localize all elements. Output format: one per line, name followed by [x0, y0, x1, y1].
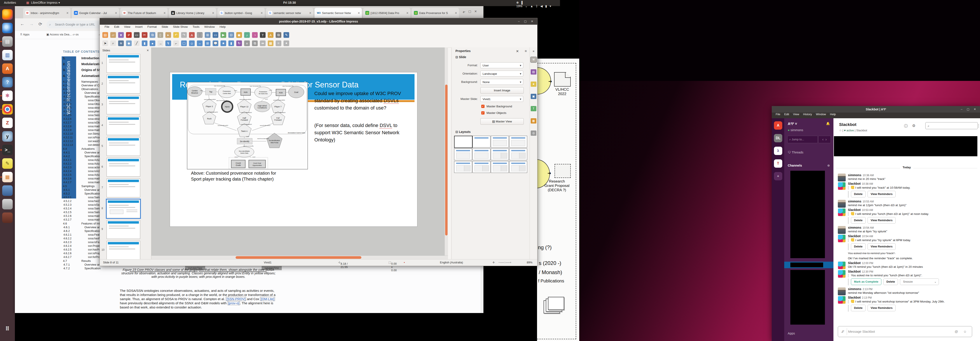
paste-icon[interactable]: ▯ — [158, 32, 163, 38]
volume-icon[interactable]: ◀ — [540, 5, 543, 8]
3d-icon[interactable]: ▮ — [228, 40, 234, 46]
slack-menu-window[interactable]: Window — [816, 113, 826, 116]
menu-slide[interactable]: Slide — [162, 25, 168, 29]
block-arrow-icon[interactable]: ⇔ — [197, 40, 202, 46]
connector-icon[interactable]: ⌐ — [173, 40, 179, 46]
browser-tab[interactable]: ▤Data Provenance for S✕ — [412, 8, 459, 18]
shadow2-icon[interactable]: ▦ — [268, 40, 274, 46]
layout-tile-5[interactable] — [454, 148, 472, 160]
gallery-icon[interactable]: ▦ — [531, 118, 536, 124]
properties-wrench-icon[interactable]: ⚒ — [531, 57, 536, 62]
export-pdf-icon[interactable]: P — [126, 32, 132, 38]
dock-icon-file-cabinet[interactable]: ▤ — [2, 36, 13, 47]
menu-insert[interactable]: Insert — [135, 25, 143, 29]
browser-tab[interactable]: Gbutton symbol - Goog✕ — [218, 8, 265, 18]
add-workspace[interactable]: + — [774, 172, 782, 180]
slide-thumbnail-5[interactable] — [107, 137, 140, 156]
master-slide-dropdown[interactable]: Vivid1 — [480, 96, 523, 102]
more-icon[interactable]: ⋮ — [977, 124, 980, 128]
dock-icon-app-gray[interactable] — [2, 199, 13, 209]
grid-icon[interactable]: ⋮⋮ — [197, 32, 202, 38]
add-channel-icon[interactable]: ⊕ — [827, 164, 830, 167]
om-lite-link[interactable]: [OM-Lite] — [260, 297, 275, 301]
view-reminders-button[interactable]: View Reminders — [867, 243, 896, 250]
wifi-icon[interactable]: ▲ — [530, 5, 533, 8]
status-zoom-pct[interactable]: 89% — [527, 261, 533, 264]
dock-icon-chrome[interactable] — [2, 104, 13, 114]
background-dropdown[interactable]: None — [480, 79, 523, 85]
shadow-icon[interactable]: ≋ — [118, 40, 124, 46]
browser-tab[interactable]: MThe Future of Stadium✕ — [120, 8, 167, 18]
message-input[interactable]: 🖇 Message Slackbot @ ☺ — [838, 326, 972, 337]
delete-button[interactable]: Delete — [883, 279, 898, 285]
activities-button[interactable]: Activities — [4, 1, 16, 5]
dock-icon-zotero[interactable]: Z — [2, 117, 13, 128]
tab-close-icon[interactable]: ✕ — [261, 11, 263, 15]
menu-format[interactable]: Format — [148, 25, 157, 29]
dock-icon-thunderbird[interactable] — [2, 23, 13, 33]
browser-tab[interactable]: MInbox - anjsimmo@gm✕ — [23, 8, 70, 18]
delete-button[interactable]: Delete — [851, 217, 865, 224]
layout-tile-1[interactable] — [454, 136, 473, 148]
dock-icon-yed[interactable]: y — [2, 131, 13, 142]
message[interactable]: Slackbot2:13 PMI will remind you "iot wo… — [834, 295, 980, 313]
slack-menu-file[interactable]: File — [776, 113, 780, 116]
line-icon[interactable]: ╱ — [134, 40, 140, 46]
attach-icon[interactable]: 🖇 — [841, 326, 845, 337]
slideshow-icon[interactable]: ▶ — [221, 32, 226, 38]
dock-icon-ubuntu-software[interactable]: A — [2, 63, 13, 74]
message[interactable]: simmons10:53 AMremind me at 12pm "lunch … — [834, 199, 980, 208]
media-icon[interactable]: ♪ — [244, 32, 250, 38]
delete-button[interactable]: Delete — [851, 305, 865, 311]
impress-window-controls[interactable]: ‒ ▢ ✕ — [518, 18, 535, 25]
bell-icon[interactable]: 🔔 — [826, 122, 830, 125]
focused-app-menu[interactable]: LibreOffice Impress ▾ — [31, 1, 60, 5]
transitions-icon[interactable]: ▤ — [531, 69, 536, 75]
snooze-button[interactable]: Snooze — [900, 279, 939, 285]
align-icon[interactable]: ≡ — [244, 40, 250, 46]
bluetooth-icon[interactable]: ᛒ — [536, 5, 538, 8]
star-icon[interactable]: ☆ — [839, 129, 842, 132]
cut-icon[interactable]: ✂ — [142, 32, 148, 38]
dock-icon-libreoffice-writer[interactable]: ▥ — [2, 50, 13, 60]
slide-thumbnail-8[interactable] — [107, 199, 140, 218]
canvas-vscrollbar-thumb[interactable] — [445, 85, 447, 235]
layout-tile-6[interactable] — [473, 148, 490, 160]
tab-close-icon[interactable]: ✕ — [66, 11, 69, 15]
workspace-name[interactable]: A²I² ˅ — [788, 122, 797, 126]
browser-tab[interactable]: W3Semantic Sensor Netw✕ — [315, 8, 362, 18]
layout-tile-9[interactable] — [454, 161, 472, 173]
slide-thumbnail-1[interactable] — [107, 54, 140, 73]
dock-icon-app-darkred[interactable] — [2, 213, 13, 223]
clock[interactable]: Fri 15:30 — [283, 1, 296, 5]
print-icon[interactable]: ▭ — [134, 32, 140, 38]
bookmark-os[interactable]: ▱ os — [73, 33, 78, 36]
fill-icon[interactable]: ◆ — [126, 40, 132, 46]
chat-search-box[interactable]: ⌕ — [925, 122, 978, 129]
dock-icon-app-blue[interactable] — [2, 186, 13, 196]
tray-chevron[interactable]: ▾ — [550, 5, 551, 8]
bookmark-access-via-dea-[interactable]: ▣ Access via Dea... — [46, 33, 72, 36]
canvas-vscrollbar[interactable] — [445, 48, 448, 255]
layout-tile-3[interactable] — [491, 136, 509, 148]
curve-icon[interactable]: ↯ — [165, 40, 171, 46]
master-background-checkbox[interactable]: ✓ — [481, 105, 485, 108]
styles-icon[interactable]: T — [531, 106, 536, 111]
message[interactable]: Slackbot10:38 AMI will remind you "track… — [834, 181, 980, 199]
slack-menu-edit[interactable]: Edit — [784, 113, 789, 116]
tab-close-icon[interactable]: ✕ — [212, 11, 215, 15]
browser-tab[interactable]: 26Google Calendar - Jul✕ — [72, 8, 119, 18]
basic-shapes-icon[interactable]: ▢ — [181, 40, 187, 46]
view-reminders-button[interactable]: View Reminders — [867, 191, 896, 197]
slide-thumbnail-3[interactable] — [107, 95, 140, 114]
save-icon[interactable]: ▼ — [118, 32, 124, 38]
canvas-hscrollbar-thumb[interactable] — [235, 256, 361, 259]
image-icon[interactable]: ▣ — [236, 32, 242, 38]
tab-close-icon[interactable]: ✕ — [358, 11, 360, 15]
ssn-prov-link[interactable]: [SSN-PROV] — [226, 297, 246, 301]
workspace-lambda[interactable]: λ — [774, 147, 782, 155]
slack-menu-history[interactable]: History — [803, 113, 812, 116]
indicator-arrows-icon[interactable]: ⌄ — [525, 5, 528, 8]
reload-button[interactable]: ⟳ — [38, 21, 42, 27]
master-objects-checkbox[interactable]: ✓ — [481, 111, 485, 114]
